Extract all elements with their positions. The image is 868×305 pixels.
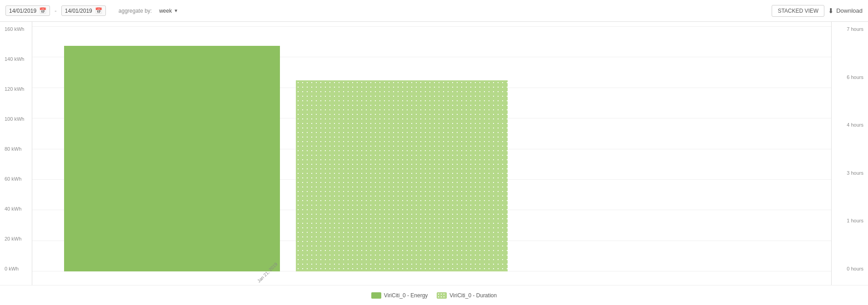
y-left-0: 0 kWh	[5, 266, 28, 271]
top-bar: 14/01/2019 📅 - 14/01/2019 📅 aggregate by…	[0, 0, 868, 22]
legend-item-duration: ViriCiti_0 - Duration	[437, 292, 497, 299]
aggregate-label: aggregate by:	[119, 8, 152, 14]
download-icon: ⬇	[828, 7, 834, 15]
date-end-input[interactable]: 14/01/2019 📅	[61, 5, 106, 16]
legend-swatch-energy	[371, 292, 381, 299]
download-label: Download	[836, 7, 863, 14]
stacked-view-button[interactable]: STACKED VIEW	[772, 5, 824, 17]
y-right-1: 1 hours	[835, 218, 863, 223]
aggregate-arrow-icon: ▼	[174, 8, 178, 13]
y-left-40: 40 kWh	[5, 206, 28, 212]
y-left-160: 160 kWh	[5, 26, 28, 32]
legend-label-duration: ViriCiti_0 - Duration	[449, 292, 497, 299]
y-axis-left: 0 kWh 20 kWh 40 kWh 60 kWh 80 kWh 100 kW…	[0, 22, 32, 285]
aggregate-value: week	[159, 8, 172, 14]
legend: ViriCiti_0 - Energy ViriCiti_0 - Duratio…	[0, 285, 868, 305]
legend-swatch-duration	[437, 292, 447, 299]
y-left-80: 80 kWh	[5, 146, 28, 152]
chart-wrapper: 0 kWh 20 kWh 40 kWh 60 kWh 80 kWh 100 kW…	[0, 22, 868, 285]
y-right-6: 6 hours	[835, 74, 863, 80]
date-end-value: 14/01/2019	[65, 8, 92, 14]
y-left-100: 100 kWh	[5, 116, 28, 122]
bar-energy-1	[64, 46, 280, 271]
legend-item-energy: ViriCiti_0 - Energy	[371, 292, 428, 299]
aggregate-select[interactable]: week ▼	[159, 8, 178, 14]
y-left-60: 60 kWh	[5, 176, 28, 182]
y-right-4: 4 hours	[835, 122, 863, 128]
date-start-input[interactable]: 14/01/2019 📅	[5, 5, 50, 16]
calendar-start-icon: 📅	[39, 7, 46, 14]
calendar-end-icon: 📅	[95, 7, 102, 14]
date-start-value: 14/01/2019	[9, 8, 36, 14]
y-axis-right: 0 hours 1 hours 3 hours 4 hours 6 hours …	[832, 22, 868, 285]
y-right-0: 0 hours	[835, 266, 863, 271]
bar-duration-1	[296, 80, 508, 271]
y-left-20: 20 kWh	[5, 236, 28, 241]
y-left-140: 140 kWh	[5, 56, 28, 62]
y-left-120: 120 kWh	[5, 86, 28, 92]
download-button[interactable]: ⬇ Download	[828, 7, 863, 15]
legend-label-energy: ViriCiti_0 - Energy	[384, 292, 428, 299]
y-right-3: 3 hours	[835, 170, 863, 176]
x-axis-labels: Jan 21, 2019	[32, 271, 831, 285]
bars-container	[32, 26, 831, 271]
y-right-7: 7 hours	[835, 26, 863, 32]
date-separator: -	[54, 7, 58, 15]
chart-area: Jan 21, 2019	[32, 22, 832, 285]
